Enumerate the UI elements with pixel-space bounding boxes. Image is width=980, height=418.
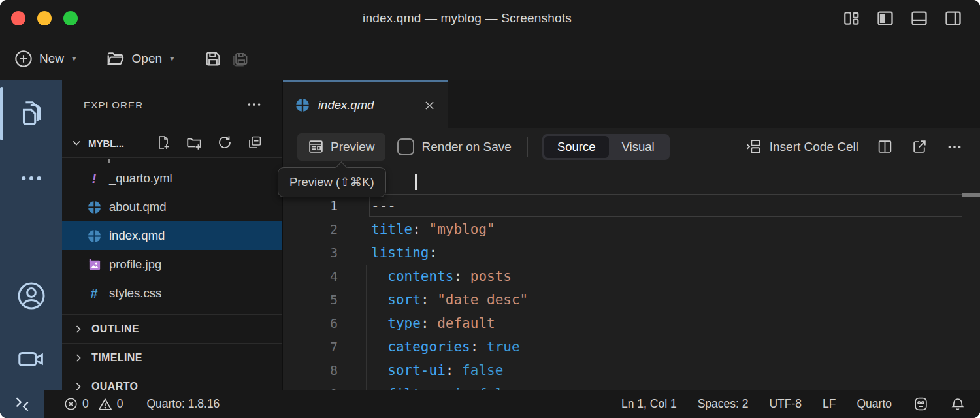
render-on-save-checkbox[interactable] (397, 138, 414, 155)
customize-layout-icon[interactable] (841, 8, 861, 28)
refresh-icon[interactable] (217, 135, 233, 152)
explorer-more-icon[interactable] (246, 96, 263, 113)
save-all-icon (230, 49, 250, 69)
error-icon (64, 397, 78, 411)
toggle-primary-sidebar-icon[interactable] (875, 8, 895, 28)
new-button-label: New (39, 52, 64, 66)
code-token: : (421, 292, 437, 308)
code-line[interactable]: 9 filter-ui: false (283, 382, 980, 390)
eol-status[interactable]: LF (823, 397, 836, 411)
cursor-position-status[interactable]: Ln 1, Col 1 (621, 397, 677, 411)
mode-toggle: Source Visual (542, 134, 670, 160)
tab-index-qmd[interactable]: index.qmd (283, 80, 448, 128)
visual-mode-button[interactable]: Visual (609, 136, 668, 158)
code-editor[interactable]: 1---2title: "myblog"3listing:4 contents:… (283, 165, 980, 390)
new-file-icon[interactable] (155, 135, 171, 152)
explorer-title: EXPLORER (84, 99, 246, 110)
code-token: true (487, 339, 520, 355)
code-token: : (453, 268, 470, 284)
source-mode-button[interactable]: Source (544, 136, 609, 158)
code-token (371, 268, 387, 284)
preview-button[interactable]: Preview (297, 133, 385, 161)
quarto-file-icon (86, 229, 103, 244)
minimize-window-button[interactable] (37, 11, 52, 25)
encoding-status[interactable]: UTF-8 (769, 397, 802, 411)
open-button[interactable]: Open ▾ (106, 49, 174, 69)
window-title: index.qmd — myblog — Screenshots (118, 11, 817, 25)
file-row-index-qmd[interactable]: index.qmd (62, 221, 282, 250)
source-mode-label: Source (557, 140, 596, 154)
chevron-down-icon: ▾ (72, 54, 76, 63)
line-number: 8 (283, 362, 338, 378)
indentation-status[interactable]: Spaces: 2 (698, 397, 749, 411)
preview-tooltip: Preview (⇧⌘K) (278, 167, 386, 197)
preview-icon (308, 138, 324, 155)
toggle-panel-icon[interactable] (909, 8, 929, 28)
file-row-about-qmd[interactable]: about.qmd (62, 193, 282, 221)
open-button-label: Open (132, 52, 162, 66)
code-token: posts (470, 268, 512, 284)
file-row-profile-jpg[interactable]: profile.jpg (62, 250, 282, 279)
line-text: listing: (338, 245, 437, 261)
code-line[interactable]: 6 type: default (283, 312, 980, 335)
code-token: : (470, 339, 487, 355)
code-token (371, 362, 387, 378)
toggle-secondary-sidebar-icon[interactable] (943, 8, 963, 28)
chevron-right-icon (72, 351, 85, 364)
new-folder-icon[interactable] (186, 135, 203, 152)
code-line[interactable]: 4 contents: posts (283, 265, 980, 288)
notifications-bell-icon[interactable] (950, 396, 966, 412)
preview-button-label: Preview (331, 140, 375, 154)
workspace-section-header[interactable]: MYBL... (62, 129, 282, 157)
file-name: about.qmd (109, 200, 166, 214)
outline-section-header[interactable]: OUTLINE (62, 314, 282, 343)
save-button[interactable] (204, 50, 222, 68)
save-all-button[interactable] (230, 49, 250, 69)
code-lines: 1---2title: "myblog"3listing:4 contents:… (283, 165, 980, 390)
code-line[interactable]: 8 sort-ui: false (283, 359, 980, 382)
code-line[interactable]: 7 categories: true (283, 335, 980, 359)
editor-action-bar: Preview Render on Save Source Visual (283, 128, 980, 165)
explorer-icon[interactable] (0, 99, 62, 129)
section-label: TIMELINE (91, 352, 142, 364)
new-button[interactable]: New ▾ (14, 50, 76, 68)
timeline-section-header[interactable]: TIMELINE (62, 343, 282, 372)
quarto-section-header[interactable]: QUARTO (62, 372, 282, 390)
feedback-icon[interactable] (913, 396, 929, 412)
app-window: index.qmd — myblog — Screenshots (0, 0, 980, 418)
problems-status[interactable]: 0 0 (64, 397, 123, 411)
split-editor-icon[interactable] (877, 138, 893, 155)
file-row-quarto-yml[interactable]: ! _quarto.yml (62, 164, 282, 193)
file-row-styles-css[interactable]: # styles.css (62, 279, 282, 308)
code-line[interactable]: 2title: "myblog" (283, 217, 980, 241)
warning-icon (98, 397, 112, 411)
code-line[interactable]: 1--- (283, 194, 980, 217)
line-number: 4 (283, 268, 338, 284)
more-actions-icon[interactable] (946, 138, 963, 155)
open-external-icon[interactable] (911, 138, 928, 155)
code-line[interactable]: 3listing: (283, 241, 980, 265)
line-number: 6 (283, 315, 338, 331)
code-token: sort (387, 292, 421, 308)
remote-indicator[interactable] (0, 390, 44, 418)
collapse-all-icon[interactable] (247, 135, 263, 152)
zoom-window-button[interactable] (63, 11, 78, 25)
camera-icon[interactable] (0, 344, 62, 374)
tab-bar: index.qmd (283, 80, 980, 128)
code-token (371, 339, 387, 355)
more-views-icon[interactable] (0, 165, 62, 191)
insert-code-cell-icon[interactable] (744, 138, 762, 155)
account-icon[interactable] (0, 280, 62, 312)
traffic-lights (0, 11, 118, 25)
tab-label: index.qmd (318, 98, 374, 112)
code-token: contents (387, 268, 453, 284)
close-icon[interactable] (423, 99, 436, 112)
code-token: : (412, 221, 429, 237)
code-line[interactable]: 5 sort: "date desc" (283, 288, 980, 312)
line-number: 5 (283, 292, 338, 308)
close-window-button[interactable] (11, 11, 25, 25)
quarto-version-status[interactable]: Quarto: 1.8.16 (146, 397, 220, 411)
code-token: "myblog" (429, 221, 495, 237)
line-text: type: default (338, 315, 495, 331)
language-mode-status[interactable]: Quarto (857, 397, 892, 411)
